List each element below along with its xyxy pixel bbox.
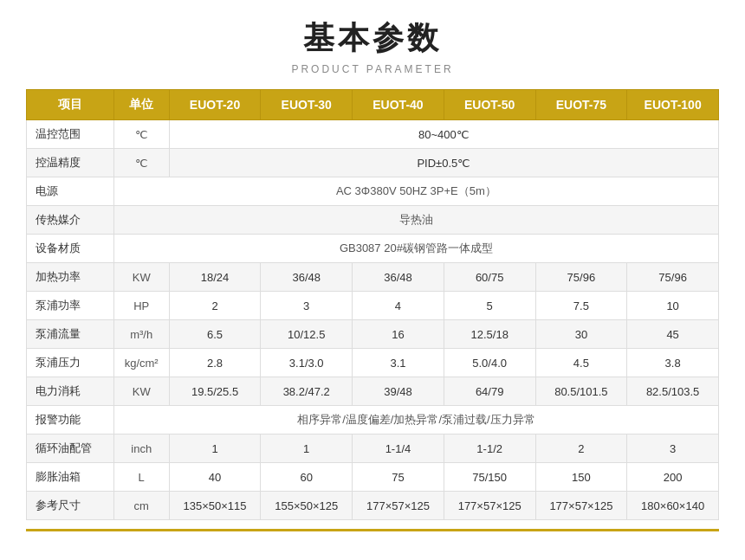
row-value: 5 xyxy=(444,292,535,320)
table-row: 加热功率KW18/2436/4836/4860/7575/9675/96 xyxy=(27,263,719,292)
row-span-value: AC 3Φ380V 50HZ 3P+E（5m） xyxy=(113,177,718,206)
sub-title: PRODUCT PARAMETER xyxy=(26,63,719,75)
row-value: 60 xyxy=(261,463,353,492)
row-value: 40 xyxy=(169,463,261,492)
row-unit: KW xyxy=(113,377,169,406)
row-value: 3.1/3.0 xyxy=(261,349,353,377)
row-value: 64/79 xyxy=(444,377,535,406)
row-unit: inch xyxy=(113,434,169,463)
row-label: 膨胀油箱 xyxy=(27,463,114,492)
row-label: 泵浦功率 xyxy=(27,292,114,320)
row-value: 75 xyxy=(353,463,444,492)
row-label: 泵浦流量 xyxy=(27,320,114,349)
row-value: 3 xyxy=(261,292,353,320)
row-value: 4.5 xyxy=(535,349,627,377)
params-table: 项目单位EUOT-20EUOT-30EUOT-40EUOT-50EUOT-75E… xyxy=(26,89,719,520)
bottom-line xyxy=(26,529,719,531)
table-body: 温控范围℃80~400℃控温精度℃PID±0.5℃电源AC 3Φ380V 50H… xyxy=(27,120,719,520)
row-value: 5.0/4.0 xyxy=(444,349,535,377)
row-value: 60/75 xyxy=(444,263,535,292)
row-label: 加热功率 xyxy=(27,263,114,292)
row-value: 2 xyxy=(535,434,627,463)
table-row: 循环油配管inch111-1/41-1/223 xyxy=(27,434,719,463)
table-row: 电源AC 3Φ380V 50HZ 3P+E（5m） xyxy=(27,177,719,206)
row-unit: KW xyxy=(113,263,169,292)
table-row: 泵浦压力kg/cm²2.83.1/3.03.15.0/4.04.53.8 xyxy=(27,349,719,377)
header-cell: EUOT-100 xyxy=(627,90,719,120)
table-row: 泵浦功率HP23457.510 xyxy=(27,292,719,320)
header-cell: 单位 xyxy=(113,90,169,120)
table-row: 参考尺寸cm135×50×115155×50×125177×57×125177×… xyxy=(27,492,719,520)
row-value: 2 xyxy=(169,292,261,320)
row-value: 36/48 xyxy=(353,263,444,292)
row-value: 16 xyxy=(353,320,444,349)
row-label: 循环油配管 xyxy=(27,434,114,463)
row-value: 75/96 xyxy=(627,263,719,292)
row-unit: m³/h xyxy=(113,320,169,349)
row-value: 75/96 xyxy=(535,263,627,292)
row-value: 19.5/25.5 xyxy=(169,377,261,406)
row-label: 电源 xyxy=(27,177,114,206)
table-row: 温控范围℃80~400℃ xyxy=(27,120,719,149)
row-span-value: GB3087 20#碳钢管路一体成型 xyxy=(113,235,718,263)
row-value: 1 xyxy=(169,434,261,463)
table-row: 传热媒介导热油 xyxy=(27,206,719,235)
row-value: 30 xyxy=(535,320,627,349)
table-row: 泵浦流量m³/h6.510/12.51612.5/183045 xyxy=(27,320,719,349)
row-value: 10 xyxy=(627,292,719,320)
row-value: 38.2/47.2 xyxy=(261,377,353,406)
row-value: 3 xyxy=(627,434,719,463)
row-value: 177×57×125 xyxy=(444,492,535,520)
header-cell: EUOT-20 xyxy=(169,90,261,120)
row-value: 2.8 xyxy=(169,349,261,377)
row-value: 3.8 xyxy=(627,349,719,377)
table-row: 设备材质GB3087 20#碳钢管路一体成型 xyxy=(27,235,719,263)
row-unit: ℃ xyxy=(113,149,169,177)
row-value: 10/12.5 xyxy=(261,320,353,349)
row-label: 参考尺寸 xyxy=(27,492,114,520)
header-cell: EUOT-30 xyxy=(261,90,353,120)
row-label: 设备材质 xyxy=(27,235,114,263)
row-label: 传热媒介 xyxy=(27,206,114,235)
table-header-row: 项目单位EUOT-20EUOT-30EUOT-40EUOT-50EUOT-75E… xyxy=(27,90,719,120)
row-span-value: 相序异常/温度偏差/加热异常/泵浦过载/压力异常 xyxy=(113,406,718,434)
header-cell: EUOT-75 xyxy=(535,90,627,120)
row-value: 75/150 xyxy=(444,463,535,492)
row-value: 3.1 xyxy=(353,349,444,377)
row-value: 4 xyxy=(353,292,444,320)
row-value: 80.5/101.5 xyxy=(535,377,627,406)
row-unit: HP xyxy=(113,292,169,320)
row-value: 150 xyxy=(535,463,627,492)
row-value: 36/48 xyxy=(261,263,353,292)
row-label: 温控范围 xyxy=(27,120,114,149)
row-unit: cm xyxy=(113,492,169,520)
row-value: 180×60×140 xyxy=(627,492,719,520)
row-value: 200 xyxy=(627,463,719,492)
row-span-value: PID±0.5℃ xyxy=(169,149,718,177)
row-value: 1-1/2 xyxy=(444,434,535,463)
row-unit: kg/cm² xyxy=(113,349,169,377)
row-unit: L xyxy=(113,463,169,492)
row-value: 12.5/18 xyxy=(444,320,535,349)
row-label: 电力消耗 xyxy=(27,377,114,406)
table-row: 膨胀油箱L40607575/150150200 xyxy=(27,463,719,492)
main-title: 基本参数 xyxy=(26,17,719,60)
row-span-value: 80~400℃ xyxy=(169,120,718,149)
row-value: 135×50×115 xyxy=(169,492,261,520)
row-label: 泵浦压力 xyxy=(27,349,114,377)
row-span-value: 导热油 xyxy=(113,206,718,235)
row-label: 控温精度 xyxy=(27,149,114,177)
header-cell: 项目 xyxy=(27,90,114,120)
table-row: 控温精度℃PID±0.5℃ xyxy=(27,149,719,177)
row-value: 1-1/4 xyxy=(353,434,444,463)
row-value: 6.5 xyxy=(169,320,261,349)
row-value: 18/24 xyxy=(169,263,261,292)
header-cell: EUOT-40 xyxy=(353,90,444,120)
header-cell: EUOT-50 xyxy=(444,90,535,120)
row-value: 155×50×125 xyxy=(261,492,353,520)
row-unit: ℃ xyxy=(113,120,169,149)
row-value: 1 xyxy=(261,434,353,463)
page-container: 基本参数 PRODUCT PARAMETER 项目单位EUOT-20EUOT-3… xyxy=(0,0,745,549)
row-value: 45 xyxy=(627,320,719,349)
row-value: 82.5/103.5 xyxy=(627,377,719,406)
